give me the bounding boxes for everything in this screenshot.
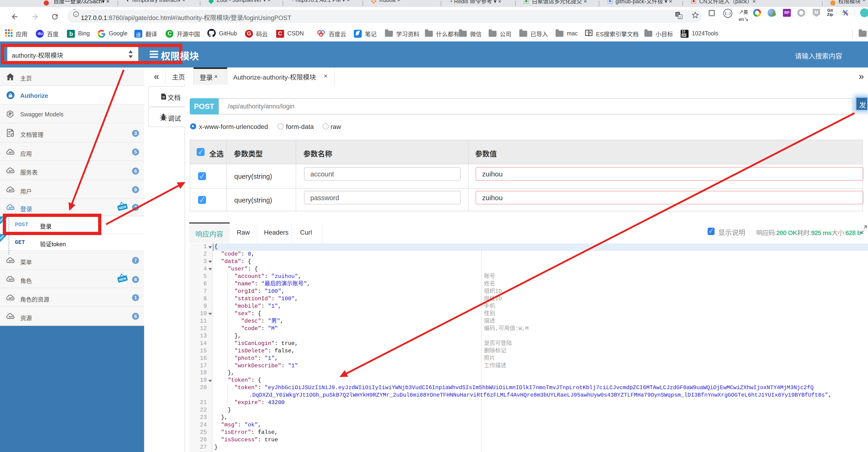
svg-text:API: API [8,259,13,262]
svg-text:API: API [8,206,13,209]
svg-text:API: API [8,189,13,191]
svg-text:API: API [8,278,13,281]
svg-text:API: API [8,297,13,300]
svg-text:文: 文 [679,16,682,19]
svg-text:API: API [8,151,13,153]
svg-text:API: API [8,170,13,172]
svg-text:API: API [8,315,13,318]
